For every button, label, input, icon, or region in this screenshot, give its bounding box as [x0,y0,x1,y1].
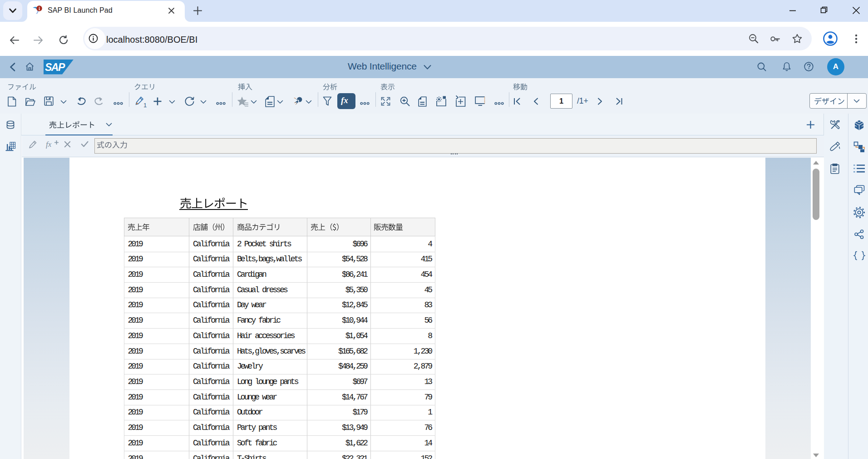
svg-text:SAP: SAP [45,61,65,73]
